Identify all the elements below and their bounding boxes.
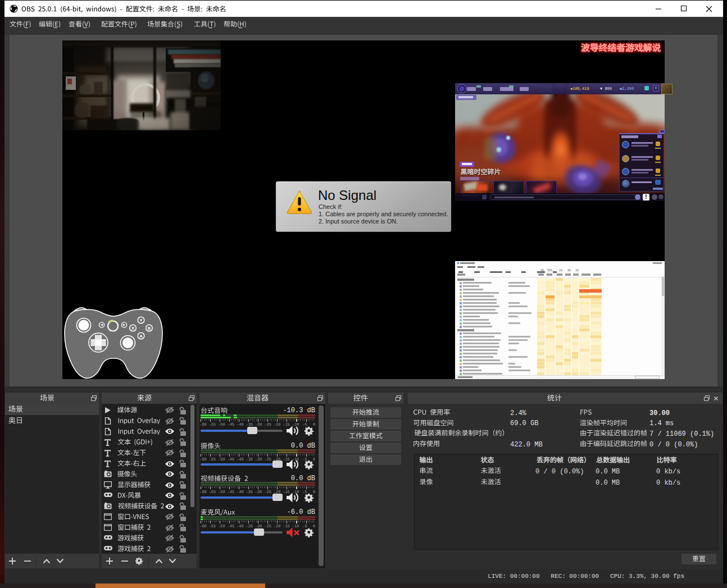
svg-text:B: B [148, 326, 151, 331]
svg-text:A: A [139, 334, 143, 339]
svg-text:X: X [131, 326, 134, 331]
svg-text:Y: Y [139, 318, 142, 323]
